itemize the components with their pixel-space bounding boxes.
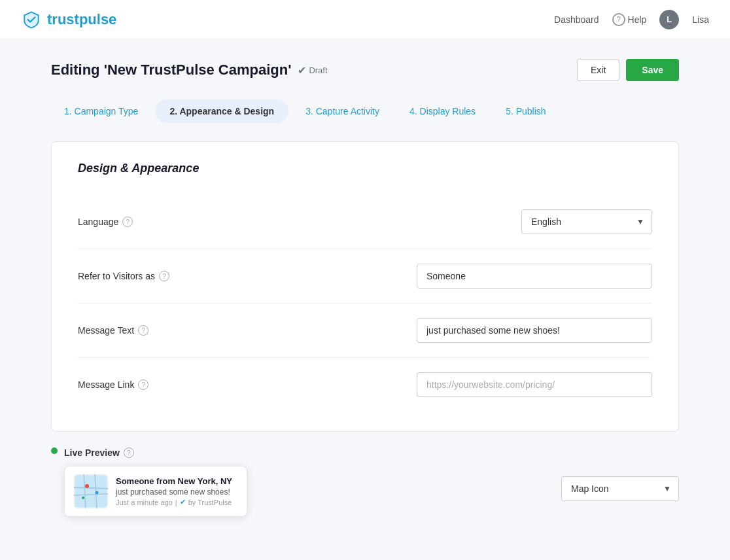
language-info-icon[interactable]: ? xyxy=(122,217,133,227)
design-card: Design & Appearance Language ? English F… xyxy=(51,141,679,432)
live-preview-header: Live Preview ? xyxy=(64,447,247,458)
logo-text: trustpulse xyxy=(47,11,116,28)
preview-person-name: Someone from New York, NY xyxy=(116,476,237,486)
help-button[interactable]: ? Help xyxy=(612,13,647,26)
language-label: Language ? xyxy=(78,217,326,227)
live-preview-content: Live Preview ? xyxy=(64,447,247,517)
user-avatar[interactable]: L xyxy=(659,10,679,29)
message-text-control xyxy=(326,318,652,343)
svg-point-8 xyxy=(82,497,84,499)
draft-check-icon: ✔ xyxy=(298,64,306,77)
svg-point-7 xyxy=(96,491,99,495)
header-nav: Dashboard ? Help L Lisa xyxy=(554,10,709,29)
steps-nav: 1. Campaign Type 2. Appearance & Design … xyxy=(51,99,679,123)
preview-popup: Someone from New York, NY just purchased… xyxy=(64,466,247,517)
exit-button[interactable]: Exit xyxy=(577,59,619,81)
preview-map-thumbnail xyxy=(74,474,108,508)
logo-icon xyxy=(21,9,42,30)
card-title: Design & Appearance xyxy=(78,162,652,175)
save-button[interactable]: Save xyxy=(626,59,679,81)
user-initial: L xyxy=(667,14,672,24)
preview-separator: | xyxy=(175,499,177,506)
message-text-row: Message Text ? xyxy=(78,304,652,358)
action-buttons: Exit Save xyxy=(577,59,679,81)
preview-text-block: Someone from New York, NY just purchased… xyxy=(116,476,237,506)
preview-message: just purchased some new shoes! xyxy=(116,487,237,497)
message-link-info-icon[interactable]: ? xyxy=(138,379,148,390)
live-preview-info-icon[interactable]: ? xyxy=(124,447,134,458)
svg-rect-1 xyxy=(75,476,107,507)
map-icon-select-wrapper: Map Icon Default Icon Custom Icon ▼ xyxy=(561,476,679,501)
logo: trustpulse xyxy=(21,9,116,30)
refer-visitors-row: Refer to Visitors as ? xyxy=(78,249,652,304)
dashboard-link[interactable]: Dashboard xyxy=(554,14,599,25)
live-preview-section: Live Preview ? xyxy=(51,447,679,517)
page-title-text: Editing 'New TrustPulse Campaign' xyxy=(51,61,291,79)
help-label: Help xyxy=(628,14,647,25)
user-name: Lisa xyxy=(692,14,709,25)
language-select[interactable]: English French Spanish German Italian xyxy=(521,209,652,234)
step-appearance-design[interactable]: 2. Appearance & Design xyxy=(155,99,288,123)
page-title-row: Editing 'New TrustPulse Campaign' ✔ Draf… xyxy=(51,59,679,81)
message-text-input[interactable] xyxy=(417,318,652,343)
map-svg xyxy=(74,474,108,508)
refer-visitors-control xyxy=(326,264,652,289)
main-content: Editing 'New TrustPulse Campaign' ✔ Draf… xyxy=(38,39,692,536)
header: trustpulse Dashboard ? Help L Lisa xyxy=(0,0,730,39)
step-display-rules[interactable]: 4. Display Rules xyxy=(396,99,489,123)
step-campaign-type[interactable]: 1. Campaign Type xyxy=(51,99,151,123)
refer-visitors-input[interactable] xyxy=(417,264,652,289)
refer-visitors-info-icon[interactable]: ? xyxy=(159,271,169,281)
message-link-row: Message Link ? xyxy=(78,358,652,411)
language-control: English French Spanish German Italian ▼ xyxy=(326,209,652,234)
live-preview-left: Live Preview ? xyxy=(51,447,247,517)
refer-visitors-label: Refer to Visitors as ? xyxy=(78,271,326,281)
preview-brand: by TrustPulse xyxy=(188,499,232,506)
map-icon-right: Map Icon Default Icon Custom Icon ▼ xyxy=(561,476,679,501)
svg-point-6 xyxy=(85,484,89,488)
message-text-info-icon[interactable]: ? xyxy=(138,325,148,336)
language-row: Language ? English French Spanish German… xyxy=(78,195,652,249)
language-select-wrapper: English French Spanish German Italian ▼ xyxy=(521,209,652,234)
help-circle-icon: ? xyxy=(612,13,625,26)
step-publish[interactable]: 5. Publish xyxy=(493,99,559,123)
step-capture-activity[interactable]: 3. Capture Activity xyxy=(292,99,392,123)
preview-check-icon: ✔ xyxy=(180,498,186,506)
preview-time-brand: Just a minute ago | ✔ by TrustPulse xyxy=(116,498,237,506)
message-link-label: Message Link ? xyxy=(78,379,326,390)
live-preview-label: Live Preview xyxy=(64,447,120,458)
message-link-control xyxy=(326,372,652,397)
message-link-input[interactable] xyxy=(417,372,652,397)
message-text-label: Message Text ? xyxy=(78,325,326,336)
draft-badge: ✔ Draft xyxy=(298,64,327,77)
preview-time-text: Just a minute ago xyxy=(116,499,173,506)
live-indicator-dot xyxy=(51,447,58,454)
page-title: Editing 'New TrustPulse Campaign' ✔ Draf… xyxy=(51,61,328,79)
map-icon-select[interactable]: Map Icon Default Icon Custom Icon xyxy=(561,476,679,501)
draft-status: Draft xyxy=(309,65,327,75)
